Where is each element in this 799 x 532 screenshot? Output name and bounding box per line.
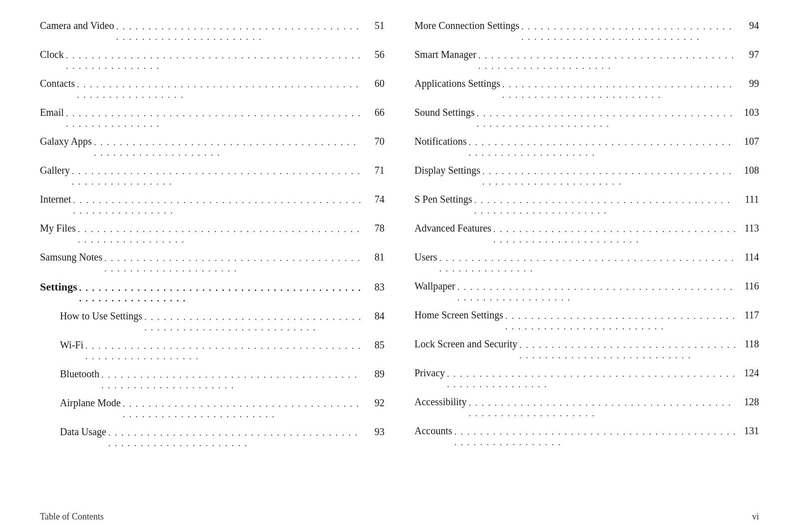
entry-title: Accessibility: [414, 396, 466, 408]
entry-title: Sound Settings: [414, 107, 475, 118]
entry-dots: . . . . . . . . . . . . . . . . . . . . …: [144, 312, 363, 333]
toc-entry: Accounts. . . . . . . . . . . . . . . . …: [414, 425, 759, 447]
toc-entry: More Connection Settings. . . . . . . . …: [414, 20, 759, 42]
entry-title: Bluetooth: [60, 368, 99, 380]
entry-dots: . . . . . . . . . . . . . . . . . . . . …: [66, 108, 363, 129]
entry-title: Applications Settings: [414, 78, 500, 89]
toc-entry: My Files. . . . . . . . . . . . . . . . …: [40, 223, 385, 245]
entry-title: Clock: [40, 49, 64, 60]
entry-dots: . . . . . . . . . . . . . . . . . . . . …: [521, 21, 737, 42]
entry-dots: . . . . . . . . . . . . . . . . . . . . …: [104, 253, 363, 274]
entry-dots: . . . . . . . . . . . . . . . . . . . . …: [454, 427, 737, 448]
footer-label: Table of Contents: [40, 512, 104, 522]
entry-title: Smart Manager: [414, 49, 476, 60]
entry-title: Camera and Video: [40, 20, 114, 31]
entry-dots: . . . . . . . . . . . . . . . . . . . . …: [66, 50, 363, 71]
entry-title: Data Usage: [60, 426, 106, 438]
entry-page: 66: [365, 107, 385, 118]
entry-title: Notifications: [414, 136, 466, 147]
footer-page-num: vi: [752, 512, 759, 522]
entry-dots: . . . . . . . . . . . . . . . . . . . . …: [123, 399, 363, 420]
entry-title: Samsung Notes: [40, 252, 102, 263]
entry-title: Wi-Fi: [60, 339, 83, 351]
entry-title: How to Use Settings: [60, 310, 142, 322]
entry-dots: . . . . . . . . . . . . . . . . . . . . …: [85, 341, 363, 362]
entry-title: Users: [414, 252, 437, 263]
entry-page: 94: [739, 20, 759, 31]
entry-page: 103: [739, 107, 759, 118]
entry-title: Accounts: [414, 425, 452, 437]
page-content: Camera and Video. . . . . . . . . . . . …: [0, 0, 799, 507]
entry-page: 83: [365, 281, 385, 293]
toc-entry: Gallery. . . . . . . . . . . . . . . . .…: [40, 165, 385, 187]
entry-page: 93: [365, 426, 385, 438]
entry-dots: . . . . . . . . . . . . . . . . . . . . …: [493, 224, 737, 245]
toc-entry: S Pen Settings. . . . . . . . . . . . . …: [414, 194, 759, 216]
toc-entry: Advanced Features. . . . . . . . . . . .…: [414, 223, 759, 245]
entry-page: 128: [739, 396, 759, 408]
toc-entry: Clock. . . . . . . . . . . . . . . . . .…: [40, 49, 385, 71]
toc-entry: Accessibility. . . . . . . . . . . . . .…: [414, 396, 759, 418]
toc-entry: Internet. . . . . . . . . . . . . . . . …: [40, 194, 385, 216]
toc-entry: Wallpaper. . . . . . . . . . . . . . . .…: [414, 280, 759, 302]
entry-title: Email: [40, 107, 64, 118]
entry-title: Settings: [40, 280, 77, 293]
entry-page: 124: [739, 367, 759, 379]
toc-columns: Camera and Video. . . . . . . . . . . . …: [40, 20, 759, 467]
entry-dots: . . . . . . . . . . . . . . . . . . . . …: [482, 166, 737, 187]
entry-dots: . . . . . . . . . . . . . . . . . . . . …: [468, 398, 737, 419]
entry-title: Contacts: [40, 78, 75, 89]
toc-entry: Settings. . . . . . . . . . . . . . . . …: [40, 280, 385, 303]
entry-dots: . . . . . . . . . . . . . . . . . . . . …: [94, 137, 363, 158]
entry-page: 60: [365, 78, 385, 89]
entry-page: 113: [739, 223, 759, 234]
entry-page: 70: [365, 136, 385, 147]
entry-dots: . . . . . . . . . . . . . . . . . . . . …: [108, 428, 363, 449]
entry-page: 56: [365, 49, 385, 60]
entry-dots: . . . . . . . . . . . . . . . . . . . . …: [79, 283, 363, 304]
entry-dots: . . . . . . . . . . . . . . . . . . . . …: [477, 108, 737, 129]
entry-page: 114: [739, 252, 759, 263]
toc-entry: Lock Screen and Security. . . . . . . . …: [414, 338, 759, 360]
entry-page: 97: [739, 49, 759, 60]
entry-page: 99: [739, 78, 759, 89]
entry-dots: . . . . . . . . . . . . . . . . . . . . …: [468, 137, 737, 158]
toc-entry: Users. . . . . . . . . . . . . . . . . .…: [414, 252, 759, 273]
toc-entry: Notifications. . . . . . . . . . . . . .…: [414, 136, 759, 158]
entry-page: 78: [365, 223, 385, 234]
right-column: More Connection Settings. . . . . . . . …: [414, 20, 759, 467]
toc-entry: Contacts. . . . . . . . . . . . . . . . …: [40, 78, 385, 100]
entry-dots: . . . . . . . . . . . . . . . . . . . . …: [474, 195, 737, 216]
entry-title: S Pen Settings: [414, 194, 472, 205]
entry-page: 51: [365, 20, 385, 31]
entry-dots: . . . . . . . . . . . . . . . . . . . . …: [457, 282, 737, 303]
entry-dots: . . . . . . . . . . . . . . . . . . . . …: [502, 79, 737, 100]
entry-dots: . . . . . . . . . . . . . . . . . . . . …: [77, 79, 363, 100]
toc-entry: Display Settings. . . . . . . . . . . . …: [414, 165, 759, 187]
entry-page: 92: [365, 397, 385, 409]
entry-dots: . . . . . . . . . . . . . . . . . . . . …: [447, 369, 737, 390]
entry-page: 85: [365, 339, 385, 351]
entry-title: Lock Screen and Security: [414, 338, 517, 350]
toc-entry: Samsung Notes. . . . . . . . . . . . . .…: [40, 252, 385, 273]
toc-entry: Airplane Mode. . . . . . . . . . . . . .…: [40, 397, 385, 419]
entry-title: Internet: [40, 194, 71, 205]
left-column: Camera and Video. . . . . . . . . . . . …: [40, 20, 385, 467]
entry-page: 81: [365, 252, 385, 263]
toc-entry: Camera and Video. . . . . . . . . . . . …: [40, 20, 385, 42]
entry-page: 108: [739, 165, 759, 176]
entry-dots: . . . . . . . . . . . . . . . . . . . . …: [505, 311, 737, 332]
toc-entry: Galaxy Apps. . . . . . . . . . . . . . .…: [40, 136, 385, 158]
entry-title: Gallery: [40, 165, 70, 176]
entry-page: 116: [739, 280, 759, 292]
toc-entry: Smart Manager. . . . . . . . . . . . . .…: [414, 49, 759, 71]
entry-page: 107: [739, 136, 759, 147]
entry-dots: . . . . . . . . . . . . . . . . . . . . …: [101, 370, 363, 391]
entry-page: 89: [365, 368, 385, 380]
toc-entry: How to Use Settings. . . . . . . . . . .…: [40, 310, 385, 332]
page-footer: Table of Contents vi: [0, 507, 799, 532]
entry-dots: . . . . . . . . . . . . . . . . . . . . …: [116, 21, 363, 42]
entry-title: My Files: [40, 223, 76, 234]
toc-entry: Applications Settings. . . . . . . . . .…: [414, 78, 759, 100]
entry-page: 71: [365, 165, 385, 176]
